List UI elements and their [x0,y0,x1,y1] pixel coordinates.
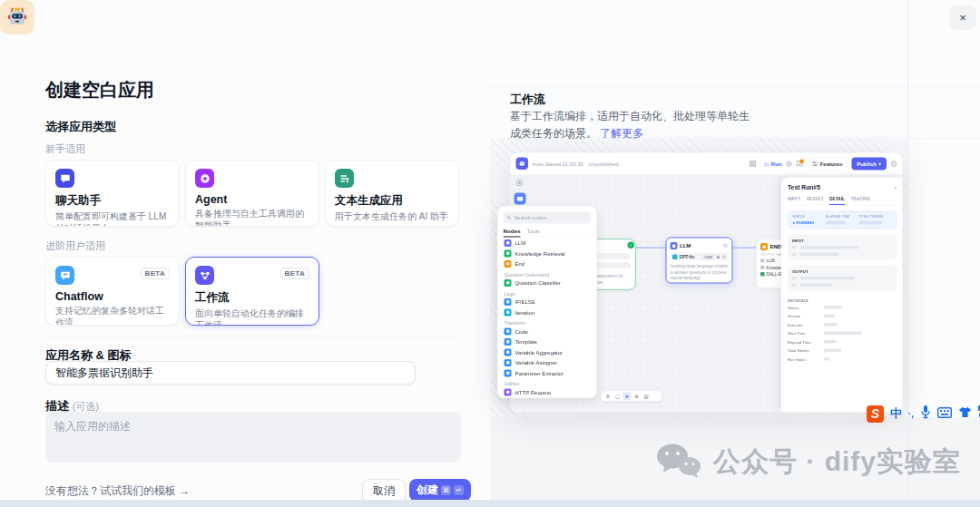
pointer-tool-icon[interactable] [516,180,524,189]
search-nodes-input[interactable]: Search nodes... [504,212,592,224]
placeholder-bar [824,357,829,361]
node-list-item[interactable]: Parameter Extractor [504,368,592,379]
card-title: 工作流 [195,290,309,306]
history-icon[interactable] [891,161,897,167]
test-run-tab-input[interactable]: INPUT [788,197,800,206]
metadata-section: METADATA StatusVersionExecutorStart Time… [788,298,897,364]
learn-more-link[interactable]: 了解更多 [600,127,643,140]
node-list-item[interactable]: Knowledge Retrieval [504,249,592,259]
close-button[interactable]: × [949,5,976,30]
sogou-logo-icon[interactable]: S [867,405,884,423]
node-panel-tab-tools[interactable]: Tools [527,228,541,238]
note-tool-icon[interactable] [514,193,526,205]
metadata-name: Status [788,305,824,309]
node-list-item[interactable]: End [504,258,592,269]
publish-button[interactable]: Publish ∨ [852,157,887,170]
node-list-item[interactable]: Variable Assigner [504,357,592,368]
group-label-advanced: 进阶用户适用 [45,239,105,253]
placeholder-bar [824,340,837,344]
keyboard-icon[interactable] [937,405,952,422]
node-name: Parameter Extractor [515,370,564,376]
app-type-card-聊天助手[interactable]: 聊天助手简单配置即可构建基于 LLM 的对话机器人 [45,160,180,227]
hand-tool-icon[interactable]: ⊕ [632,392,641,400]
chatflow-icon [55,266,74,285]
node-selector-panel: Search nodes... NodesTools LLMKnowledge … [497,206,597,398]
card-description: 面向单轮自动化任务的编排工作流 [195,307,309,326]
elapsed-time-label: ELAPSED TIME [826,215,859,219]
run-button[interactable]: ▷ Run [765,161,782,168]
close-icon[interactable]: × [894,185,897,190]
ime-language-toggle[interactable]: 中 [890,405,902,422]
status-card: STATUS ● RUNNING ELAPSED TIME TOTAL TOKE… [788,211,897,229]
keycap: ⌘ [441,485,451,495]
card-description: 用于文本生成任务的 AI 助手 [335,210,449,222]
app-name-input[interactable] [45,361,416,385]
app-type-card-文本生成应用[interactable]: 文本生成应用用于文本生成任务的 AI 助手 [325,160,459,227]
skin-icon[interactable] [958,405,972,422]
placeholder-bar [800,284,833,288]
test-run-tab-tracing[interactable]: TRACING [851,197,871,206]
features-button[interactable]: Features [808,157,848,171]
templates-link-text: 没有想法？试试我们的模板 [45,484,176,497]
placeholder-row: 02 [792,252,893,257]
description-label-text: 描述 [45,399,69,413]
node-list-item[interactable]: Question Classifier [504,278,592,288]
page-title: 创建空白应用 [45,78,154,102]
variable-name: LLM [767,258,775,264]
sliders-icon [812,161,818,166]
microphone-icon[interactable] [920,405,931,423]
node-panel-tab-nodes[interactable]: Nodes [504,228,521,238]
description-textarea[interactable] [45,412,461,463]
node-list-item[interactable]: LLM [504,238,592,249]
test-run-tab-result[interactable]: RESULT [807,197,824,206]
node-list-item[interactable]: IF/ELSE [504,297,592,307]
llm-node-title: LLM [680,243,691,249]
create-button[interactable]: 创建 ⌘↵ [409,479,471,502]
canvas-toolbar: ⚙ ▢ ➤ ⊕ ▤ [602,391,662,402]
node-list-item[interactable]: List Operator [504,397,592,398]
edge-start-llm [635,248,666,249]
group-label-beginner: 新手适用 [45,142,85,156]
metadata-row: Start Time [788,329,897,337]
app-type-card-工作流[interactable]: BETA工作流面向单轮自动化任务的编排工作流 [185,257,319,326]
chat-bot-icon [55,169,74,188]
create-button-label: 创建 [416,483,438,498]
node-name: Knowledge Retrieval [515,250,565,257]
templates-link[interactable]: 没有想法？试试我们的模板 → [45,483,190,499]
node-list-item[interactable]: Template [504,336,592,347]
node-list-item[interactable]: Iteration [504,307,592,318]
shortcuts-icon[interactable] [797,161,804,167]
node-list-item[interactable]: Code [504,327,592,337]
node-type-icon [505,249,512,257]
total-tokens-label: TOTAL TOKENS [859,215,893,219]
metadata-name: Version [788,314,824,318]
organize-icon[interactable]: ▤ [642,392,651,400]
ime-punctuation-toggle[interactable]: ·, [908,409,914,419]
app-icon-picker[interactable] [0,0,34,34]
llm-node[interactable]: LLM GPT-4o CHAT Invoking large language … [666,238,733,284]
layout-grid-icon[interactable] [750,161,756,167]
chat-mode-badge: CHAT [702,254,714,260]
metadata-row: Status [788,304,897,312]
settings-icon[interactable]: ⚙ [604,392,612,400]
node-name: Code [515,328,528,335]
copy-icon[interactable] [723,242,729,250]
node-type-icon [505,338,512,346]
editor-topbar: Auto-Saved 21:02:35 · Unpublished ▷ Run … [511,153,903,175]
advanced-card-row: BETAChatflow支持记忆的复杂多轮对话工作流BETA工作流面向单轮自动化… [45,257,319,326]
minimap-icon[interactable]: ▢ [613,392,622,400]
app-type-card-Chatflow[interactable]: BETAChatflow支持记忆的复杂多轮对话工作流 [45,257,180,326]
placeholder-bar [800,246,859,249]
node-list-item[interactable]: Variable Aggregator [504,347,592,358]
metadata-name: Total Tokens [788,348,824,353]
output-card: OUTPUT 0102 [788,266,897,291]
placeholder-bar [824,332,862,336]
app-type-card-Agent[interactable]: Agent具备推理与自主工具调用的智能助手 [185,160,319,227]
node-list-item[interactable]: HTTP Request [504,387,592,398]
cursor-tool-icon[interactable]: ➤ [623,392,632,400]
preview-type-title: 工作流 [510,92,545,108]
metadata-name: Run Steps [788,356,824,361]
metadata-label: METADATA [788,298,897,303]
target-icon[interactable] [786,161,792,167]
test-run-tab-detail[interactable]: DETAIL [829,197,845,206]
